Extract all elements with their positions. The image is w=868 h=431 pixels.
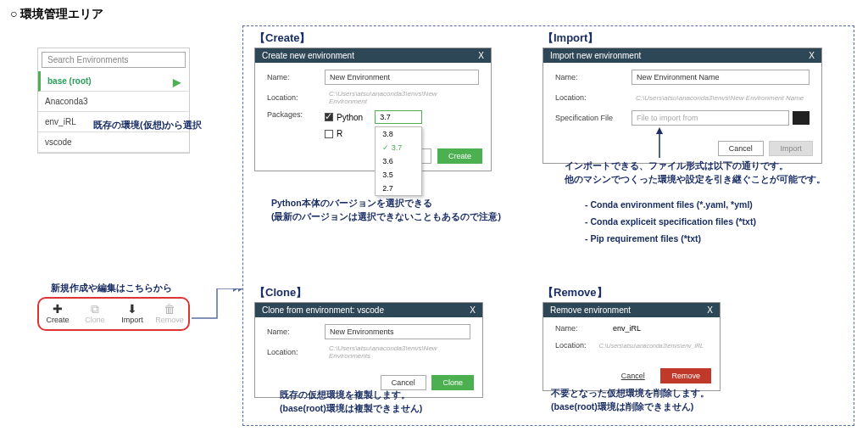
name-label: Name: [555, 73, 632, 81]
import-caption: インポートできる、ファイル形式は以下の通りです。 他のマシンでつくった環境や設定… [565, 160, 826, 187]
download-icon: ⬇ [114, 302, 151, 316]
bullet: - Conda expliceit specification files (*… [585, 216, 756, 229]
annotation-existing: 既存の環境(仮想)から選択 [93, 119, 202, 132]
close-icon[interactable]: X [478, 51, 484, 60]
version-option[interactable]: 3.6 [376, 154, 421, 168]
create-group-label: 【Create】 [254, 31, 310, 46]
close-icon[interactable]: X [707, 305, 713, 315]
location-label: Location: [267, 93, 325, 102]
name-label: Name: [267, 327, 325, 336]
search-input[interactable]: Search Environments [42, 52, 186, 68]
r-checkbox[interactable] [325, 130, 333, 138]
import-dialog: Import new environmentX Name: New Enviro… [542, 48, 822, 164]
cap-line: (base(root)環境は複製できません) [280, 402, 422, 416]
location-label: Location: [555, 93, 632, 102]
cap-line: 既存の仮想環境を複製します。 [280, 389, 422, 402]
clone-button[interactable]: ⧉Clone [76, 299, 114, 329]
name-label: Name: [267, 73, 325, 81]
version-selected: 3.7 [380, 113, 391, 121]
title-text: Create new environment [262, 51, 354, 60]
remove-label: Remove [155, 316, 184, 324]
environment-list: base (root) ▶ Anaconda3 env_iRL vscode [38, 71, 189, 153]
cancel-button[interactable]: Cancel [611, 369, 655, 383]
name-input[interactable]: New Environment Name [632, 70, 810, 85]
location-label: Location: [555, 341, 595, 350]
name-input[interactable]: New Environments [325, 324, 470, 339]
name-input[interactable]: New Environment [325, 70, 479, 85]
r-label: R [337, 129, 342, 138]
clone-caption: 既存の仮想環境を複製します。 (base(root)環境は複製できません) [280, 389, 422, 416]
location-value: C:\Users\atsu\anaconda3\envs\New Environ… [632, 90, 810, 105]
svg-marker-3 [656, 127, 663, 134]
plus-icon: ✚ [39, 302, 76, 316]
version-option[interactable]: 2.7 [376, 182, 421, 195]
copy-icon: ⧉ [76, 302, 114, 316]
cap-line: Python本体のバージョンを選択できる [271, 197, 501, 210]
cap-line: 不要となった仮想環境を削除します。 [551, 387, 709, 400]
dialog-title: Clone from environment: vscodeX [255, 303, 482, 317]
env-item[interactable]: Anaconda3 [38, 92, 189, 112]
trash-icon: 🗑 [151, 302, 188, 316]
location-value: C:\Users\atsu\anaconda3\envs\env_iRL [595, 338, 708, 353]
name-value: env_iRL [613, 324, 641, 333]
version-option[interactable]: 3.5 [376, 168, 421, 182]
title-text: Import new environment [550, 51, 641, 60]
bullet: - Conda environment files (*.yaml, *yml) [585, 199, 756, 212]
location-value: C:\Users\atsu\anaconda3\envs\New Environ… [325, 90, 479, 105]
spec-file-label: Specification File [555, 114, 632, 122]
cap-line: 他のマシンでつくった環境や設定を引き継ぐことが可能です。 [565, 173, 826, 187]
folder-icon[interactable] [793, 111, 810, 125]
remove-submit-button[interactable]: Remove [660, 368, 711, 383]
clone-submit-button[interactable]: Clone [431, 375, 474, 390]
title-text: Clone from environment: vscode [262, 305, 384, 315]
remove-button[interactable]: 🗑Remove [151, 299, 188, 329]
section-title: 環境管理エリア [10, 7, 103, 22]
create-dialog: Create new environmentX Name: New Enviro… [254, 48, 492, 171]
import-button[interactable]: ⬇Import [114, 299, 151, 329]
env-toolbar: ✚Create ⧉Clone ⬇Import 🗑Remove [37, 297, 190, 331]
annotation-new: 新規作成や編集はこちらから [51, 282, 172, 294]
create-button[interactable]: ✚Create [39, 299, 76, 329]
remove-dialog: Remove environmentX Name: env_iRL Locati… [542, 302, 721, 391]
import-submit-button[interactable]: Import [769, 141, 813, 156]
remove-group-label: 【Remove】 [542, 285, 608, 300]
name-label: Name: [555, 324, 613, 333]
version-select[interactable]: 3.7 3.8 3.7 3.6 3.5 2.7 [375, 110, 422, 124]
clone-group-label: 【Clone】 [254, 285, 307, 300]
import-bullets: - Conda environment files (*.yaml, *yml)… [585, 199, 756, 245]
cap-line: インポートできる、ファイル形式は以下の通りです。 [565, 160, 826, 173]
clone-label: Clone [85, 316, 105, 324]
dialog-title: Remove environmentX [543, 303, 720, 317]
version-option[interactable]: 3.8 [376, 127, 421, 141]
create-caption: Python本体のバージョンを選択できる (最新のバージョンは選択できないことも… [271, 197, 501, 224]
title-text: Remove environment [550, 305, 631, 315]
dialog-title: Import new environmentX [543, 48, 821, 63]
clone-dialog: Clone from environment: vscodeX Name: Ne… [254, 302, 483, 398]
remove-caption: 不要となった仮想環境を削除します。 (base(root)環境は削除できません) [551, 387, 709, 414]
bullet: - Pip requirement files (*txt) [585, 232, 756, 246]
close-icon[interactable]: X [809, 51, 815, 60]
location-label: Location: [267, 348, 325, 356]
import-group-label: 【Import】 [542, 31, 598, 46]
env-item[interactable]: vscode [38, 132, 189, 153]
cap-line: (最新のバージョンは選択できないこともあるので注意) [271, 210, 501, 224]
python-checkbox[interactable] [325, 113, 333, 121]
python-label: Python [337, 113, 363, 122]
cap-line: (base(root)環境は削除できません) [551, 400, 709, 414]
version-option[interactable]: 3.7 [376, 141, 421, 154]
arrow-import [654, 127, 665, 158]
environment-panel: Search Environments base (root) ▶ Anacon… [37, 48, 190, 154]
play-icon[interactable]: ▶ [173, 76, 181, 88]
arrow-toolbar [192, 288, 244, 339]
location-value: C:\Users\atsu\anaconda3\envs\New Environ… [325, 344, 470, 360]
create-submit-button[interactable]: Create [437, 148, 482, 164]
env-label: base (root) [47, 76, 92, 86]
version-dropdown: 3.8 3.7 3.6 3.5 2.7 [375, 126, 422, 196]
spec-file-input[interactable]: File to import from [632, 110, 789, 126]
cancel-button[interactable]: Cancel [718, 141, 764, 156]
import-label: Import [121, 316, 143, 324]
dialog-title: Create new environmentX [255, 48, 491, 63]
close-icon[interactable]: X [470, 305, 476, 315]
env-item-base[interactable]: base (root) ▶ [38, 71, 189, 92]
create-label: Create [46, 316, 69, 324]
